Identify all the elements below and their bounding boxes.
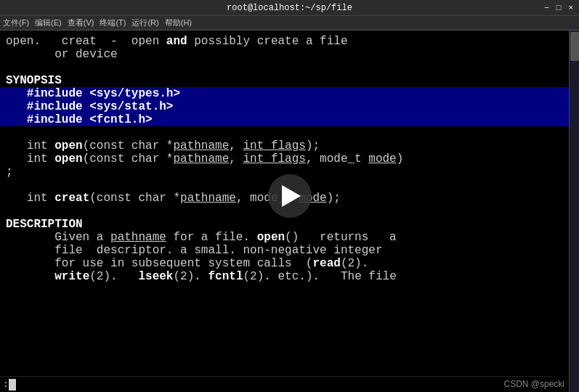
desc-line-1: Given a pathname for a file. open() retu…: [6, 231, 573, 244]
menu-help[interactable]: 帮助(H): [165, 17, 192, 28]
desc-line-2: file descriptor. a small. non-negative i…: [6, 244, 573, 257]
menu-view[interactable]: 查看(V): [68, 17, 94, 28]
include-line-2: #include <sys/stat.h>: [0, 100, 579, 113]
minimize-button[interactable]: −: [541, 4, 552, 12]
menu-edit[interactable]: 编辑(E): [35, 17, 62, 28]
play-button[interactable]: [268, 174, 312, 218]
window-title: root@localhost:~/sp/file: [227, 3, 352, 13]
status-colon: :: [3, 379, 9, 390]
menu-bar: 文件(F) 编辑(E) 查看(V) 终端(T) 运行(R) 帮助(H): [0, 16, 579, 30]
scrollbar[interactable]: [569, 30, 579, 392]
desc-line-4: write(2). lseek(2). fcntl(2). etc.). The…: [6, 270, 573, 283]
title-bar: root@localhost:~/sp/file − □ ×: [0, 0, 579, 16]
description-header: DESCRIPTION: [6, 218, 573, 231]
maximize-button[interactable]: □: [554, 4, 564, 12]
menu-file[interactable]: 文件(F): [3, 17, 29, 28]
func-open-2: int open(const char *pathname, int flags…: [6, 152, 573, 166]
line-1: open. creat - open and possibly create a…: [6, 35, 573, 48]
desc-line-3: for use in subsequent system calls (read…: [6, 257, 573, 270]
menu-run[interactable]: 运行(R): [131, 17, 158, 28]
menu-terminal[interactable]: 终端(T): [100, 17, 126, 28]
include-line-3: #include <fcntl.h>: [0, 113, 579, 126]
cursor: [9, 379, 16, 391]
close-button[interactable]: ×: [565, 4, 576, 12]
play-icon: [282, 185, 301, 207]
window-controls: − □ ×: [541, 4, 576, 12]
synopsis-header: SYNOPSIS: [6, 74, 573, 87]
blank-1: [6, 126, 573, 139]
status-bar: :: [0, 376, 552, 392]
include-line-1: #include <sys/types.h>: [0, 87, 579, 100]
func-open-1: int open(const char *pathname, int flags…: [6, 139, 573, 152]
scrollbar-thumb[interactable]: [570, 32, 579, 61]
watermark: CSDN @specki: [503, 379, 564, 389]
line-3: [6, 61, 573, 74]
line-2: or device: [6, 48, 573, 61]
